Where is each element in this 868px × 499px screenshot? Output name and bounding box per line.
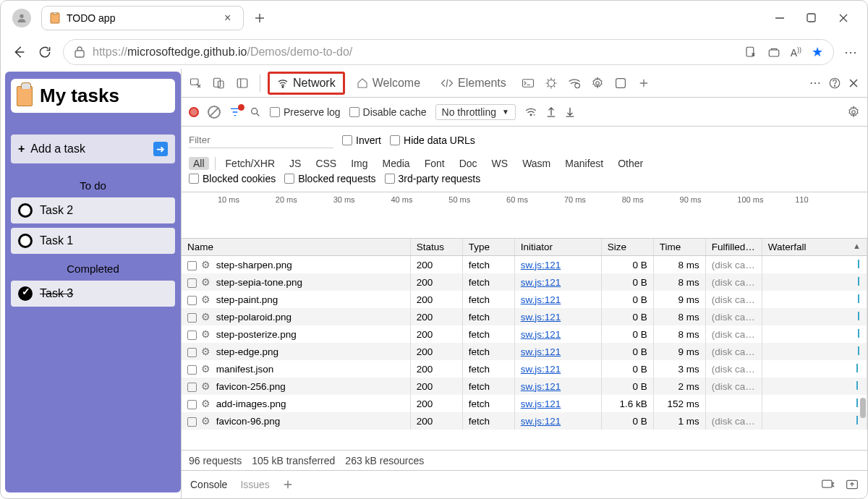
type-filter-doc[interactable]: Doc (455, 157, 482, 170)
table-row[interactable]: ⚙ step-polaroid.png200fetchsw.js:1210 B8… (182, 308, 867, 325)
column-status[interactable]: Status (410, 239, 462, 256)
drawer-tab-console[interactable]: Console (190, 479, 227, 490)
add-tab-icon[interactable] (634, 73, 654, 93)
more-tools-icon[interactable] (610, 73, 631, 93)
type-filter-all[interactable]: All (189, 157, 209, 170)
row-checkbox[interactable] (187, 278, 197, 288)
new-tab-button[interactable] (254, 12, 265, 24)
type-filter-css[interactable]: CSS (311, 157, 341, 170)
initiator-link[interactable]: sw.js:121 (514, 273, 601, 291)
drawer-expand-icon[interactable] (846, 479, 859, 490)
type-filter-manifest[interactable]: Manifest (561, 157, 608, 170)
type-filter-wasm[interactable]: Wasm (518, 157, 555, 170)
drawer-add-tab-icon[interactable] (283, 479, 293, 490)
invert-checkbox[interactable]: Invert (342, 135, 381, 146)
type-filter-font[interactable]: Font (420, 157, 449, 170)
throttling-select[interactable]: No throttling ▼ (435, 104, 516, 120)
refresh-button[interactable] (37, 45, 53, 59)
clear-button[interactable] (208, 106, 221, 119)
import-har-icon[interactable] (546, 106, 556, 118)
drawer-tab-issues[interactable]: Issues (240, 479, 269, 490)
browser-menu-icon[interactable]: ⋯ (844, 44, 857, 60)
site-info-icon[interactable] (74, 46, 85, 59)
preserve-log-checkbox[interactable]: Preserve log (270, 106, 341, 118)
search-icon[interactable] (250, 106, 261, 118)
initiator-link[interactable]: sw.js:121 (514, 308, 601, 325)
table-row[interactable]: ⚙ add-images.png200fetchsw.js:1211.6 kB1… (182, 395, 867, 412)
back-button[interactable] (11, 44, 27, 60)
record-button[interactable] (189, 107, 199, 117)
column-name[interactable]: Name (182, 239, 410, 256)
third-party-checkbox[interactable]: 3rd-party requests (385, 173, 481, 184)
task-item[interactable]: Task 1 (11, 228, 175, 254)
filter-toggle-icon[interactable] (229, 106, 241, 118)
type-filter-fetch/xhr[interactable]: Fetch/XHR (221, 157, 279, 170)
initiator-link[interactable]: sw.js:121 (514, 360, 601, 378)
blocked-cookies-checkbox[interactable]: Blocked cookies (189, 173, 276, 184)
row-checkbox[interactable] (187, 417, 197, 427)
table-row[interactable]: ⚙ manifest.json200fetchsw.js:1210 B3 ms(… (182, 360, 867, 378)
initiator-link[interactable]: sw.js:121 (514, 291, 601, 308)
blocked-requests-checkbox[interactable]: Blocked requests (284, 173, 375, 184)
window-maximize-icon[interactable] (807, 13, 821, 23)
table-row[interactable]: ⚙ step-sepia-tone.png200fetchsw.js:1210 … (182, 273, 867, 291)
column-initiator[interactable]: Initiator (514, 239, 601, 256)
column-fulfilled[interactable]: Fulfilled… (705, 239, 762, 256)
collections-icon[interactable] (767, 46, 780, 58)
type-filter-ws[interactable]: WS (488, 157, 513, 170)
scrollbar-thumb[interactable] (860, 398, 866, 418)
settings-gear-icon[interactable] (587, 73, 608, 93)
type-filter-other[interactable]: Other (613, 157, 647, 170)
initiator-link[interactable]: sw.js:121 (514, 378, 601, 395)
type-filter-js[interactable]: JS (285, 157, 305, 170)
dock-side-icon[interactable] (232, 73, 252, 93)
initiator-link[interactable]: sw.js:121 (514, 256, 601, 274)
profile-avatar[interactable] (12, 9, 31, 27)
task-checkbox[interactable] (18, 234, 33, 248)
table-row[interactable]: ⚙ favicon-256.png200fetchsw.js:1210 B2 m… (182, 378, 867, 395)
close-devtools-icon[interactable] (848, 78, 859, 88)
export-har-icon[interactable] (565, 106, 575, 118)
row-checkbox[interactable] (187, 296, 197, 305)
timeline-overview[interactable]: 10 ms20 ms30 ms40 ms50 ms60 ms70 ms80 ms… (182, 192, 867, 239)
drawer-errors-icon[interactable] (821, 479, 835, 490)
task-item[interactable]: Task 3 (11, 281, 175, 307)
tab-welcome[interactable]: Welcome (348, 72, 429, 94)
initiator-link[interactable]: sw.js:121 (514, 343, 601, 360)
hide-data-urls-checkbox[interactable]: Hide data URLs (390, 135, 475, 146)
column-waterfall[interactable]: Waterfall▲ (762, 239, 867, 256)
initiator-link[interactable]: sw.js:121 (514, 395, 601, 412)
row-checkbox[interactable] (187, 400, 197, 409)
more-icon[interactable]: ⋯ (809, 76, 821, 90)
table-row[interactable]: ⚙ step-posterize.png200fetchsw.js:1210 B… (182, 325, 867, 343)
row-checkbox[interactable] (187, 365, 197, 375)
issues-icon[interactable] (541, 73, 561, 93)
task-checkbox[interactable] (18, 286, 33, 301)
row-checkbox[interactable] (187, 330, 197, 340)
type-filter-media[interactable]: Media (378, 157, 414, 170)
task-checkbox[interactable] (18, 203, 33, 218)
column-type[interactable]: Type (462, 239, 514, 256)
device-emulation-icon[interactable] (209, 73, 229, 93)
row-checkbox[interactable] (187, 261, 197, 270)
initiator-link[interactable]: sw.js:121 (514, 412, 601, 430)
edit-page-icon[interactable] (744, 46, 757, 59)
network-settings-icon[interactable] (847, 106, 860, 119)
submit-task-button[interactable]: ➜ (153, 142, 168, 156)
network-conditions-icon[interactable] (564, 73, 584, 93)
window-minimize-icon[interactable] (775, 13, 789, 23)
help-icon[interactable] (828, 77, 841, 90)
row-checkbox[interactable] (187, 383, 197, 392)
add-task-input[interactable]: + Add a task ➜ (11, 135, 175, 163)
table-row[interactable]: ⚙ favicon-96.png200fetchsw.js:1210 B1 ms… (182, 412, 867, 430)
initiator-link[interactable]: sw.js:121 (514, 325, 601, 343)
tab-close-icon[interactable]: × (224, 12, 236, 25)
row-checkbox[interactable] (187, 313, 197, 323)
disable-cache-checkbox[interactable]: Disable cache (349, 106, 427, 118)
tab-elements[interactable]: Elements (432, 72, 515, 94)
favorite-icon[interactable]: ★ (812, 44, 823, 60)
table-row[interactable]: ⚙ step-sharpen.png200fetchsw.js:1210 B8 … (182, 256, 867, 274)
filter-input[interactable] (189, 132, 333, 148)
browser-tab[interactable]: TODO app × (41, 6, 244, 30)
type-filter-img[interactable]: Img (346, 157, 372, 170)
